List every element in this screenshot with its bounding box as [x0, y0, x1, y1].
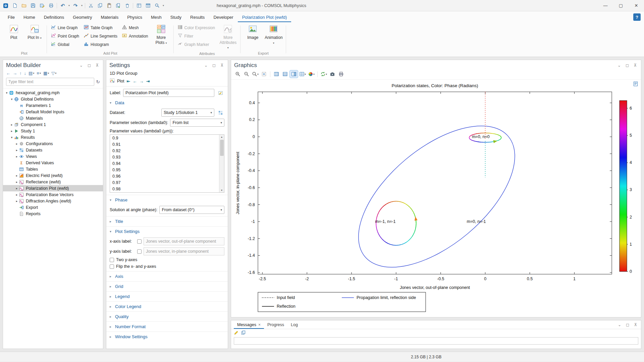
scroll-down-icon[interactable]: ▼ — [221, 188, 223, 192]
section-color-legend[interactable]: ▸Color Legend — [106, 301, 228, 311]
plot-first-button[interactable]: ⇤ — [127, 79, 130, 84]
plot-in-button[interactable]: Plot In ▾ — [25, 23, 44, 42]
panel-menu-icon[interactable]: ⌄ — [616, 63, 622, 68]
axis-list-toggle-button[interactable] — [281, 70, 289, 78]
tree-item-derived-values[interactable]: ΣDerived Values — [3, 160, 103, 166]
param-selection-select[interactable]: From list▾ — [170, 119, 224, 127]
help-button[interactable]: ? — [633, 13, 641, 21]
tree-item-hexagonal-grating-mph[interactable]: ▾hexagonal_grating.mph — [3, 89, 103, 96]
section-window-settings[interactable]: ▸Window Settings — [106, 331, 228, 342]
menu-tab-mesh[interactable]: Mesh — [147, 12, 166, 22]
global-button[interactable]: Global — [50, 41, 81, 48]
tree-item-parameters-1[interactable]: πParameters 1 — [3, 102, 103, 109]
two-y-axes-checkbox[interactable] — [110, 258, 114, 262]
tree-expander-icon[interactable]: ▸ — [14, 180, 19, 184]
snapshot-button[interactable] — [328, 70, 336, 78]
param-value-item[interactable]: 0.96 — [110, 173, 219, 179]
tree-expander-icon[interactable]: ▾ — [9, 136, 14, 139]
mesh-button[interactable]: Mesh — [121, 24, 150, 32]
tree-item-default-model-inputs[interactable]: Default Model Inputs — [3, 109, 103, 115]
zoom-in-button[interactable] — [234, 70, 242, 78]
tree-item-views[interactable]: ▸Views — [3, 153, 103, 160]
maximize-button[interactable]: ▢ — [613, 0, 629, 11]
redo-dropdown-caret[interactable]: ▾ — [80, 4, 84, 7]
section-title[interactable]: ▸ Title — [106, 216, 228, 226]
tree-expander-icon[interactable]: ▸ — [14, 174, 19, 177]
section-data[interactable]: ▾ Data — [106, 98, 228, 108]
yaxis-label-checkbox[interactable] — [137, 249, 142, 254]
tree-item-materials[interactable]: Materials — [3, 115, 103, 121]
menu-tab-study[interactable]: Study — [166, 12, 186, 22]
param-value-item[interactable]: 0.9 — [110, 135, 219, 141]
param-value-item[interactable]: 0.98 — [110, 186, 219, 192]
open-file-button[interactable] — [19, 1, 28, 10]
rename-label-button[interactable] — [216, 89, 224, 97]
tree-expander-icon[interactable]: ▸ — [14, 199, 19, 203]
move-up-button[interactable]: ↑ — [19, 71, 22, 76]
delete-button[interactable] — [123, 1, 131, 10]
panel-menu-icon[interactable]: ⌄ — [78, 63, 84, 68]
section-plot-settings[interactable]: ▾ Plot Settings — [106, 226, 228, 236]
menu-tab-home[interactable]: Home — [19, 12, 40, 22]
copy-button[interactable] — [96, 1, 104, 10]
animation-button[interactable]: Animation ▾ — [264, 23, 283, 46]
cut-button[interactable] — [87, 1, 95, 10]
section-quality[interactable]: ▸Quality — [106, 311, 228, 321]
tree-item-reports[interactable]: Reports — [3, 210, 103, 217]
window-layout-button[interactable]: ▾ — [299, 70, 307, 78]
tree-item-configurations[interactable]: ▸Configurations — [3, 140, 103, 147]
close-button[interactable]: ✕ — [629, 0, 644, 11]
menu-tab-developer[interactable]: Developer — [209, 12, 237, 22]
save-as-button[interactable] — [38, 1, 46, 10]
param-value-item[interactable]: 0.93 — [110, 154, 219, 160]
image-button[interactable]: Image — [243, 23, 263, 42]
float-panel-icon[interactable]: ◻ — [87, 63, 92, 68]
minimize-button[interactable]: — — [598, 0, 613, 11]
copy-messages-icon[interactable] — [241, 330, 246, 336]
menu-tab-polarization-plot-ewfd[interactable]: Polarization Plot (ewfd) — [238, 12, 291, 22]
param-value-item[interactable]: 0.95 — [110, 167, 219, 173]
point-graph-button[interactable]: Point Graph — [50, 32, 81, 40]
pin-panel-icon[interactable]: ⊼ — [633, 63, 638, 68]
plot-previous-button[interactable]: ← — [132, 79, 137, 84]
tree-item-datasets[interactable]: ▸Datasets — [3, 147, 103, 153]
search-button[interactable] — [153, 1, 161, 10]
histogram-button[interactable]: Histogram — [83, 41, 119, 48]
param-value-item[interactable]: 0.94 — [110, 160, 219, 167]
messages-content[interactable] — [234, 337, 638, 345]
tree-item-polarization-base-vectors[interactable]: ▸Polarization Base Vectors — [3, 191, 103, 198]
zoom-extents-button[interactable] — [260, 70, 268, 78]
panel-menu-icon[interactable]: ⌄ — [203, 63, 209, 68]
table-graph-button[interactable]: Table Graph — [83, 24, 119, 32]
move-down-button[interactable]: ↓ — [24, 71, 26, 76]
annotation-button[interactable]: A Annotation — [121, 32, 150, 40]
print-plot-button[interactable] — [337, 70, 345, 78]
menu-tab-definitions[interactable]: Definitions — [40, 12, 69, 22]
dataset-select[interactable]: Study 1/Solution 1▾ — [161, 109, 214, 117]
tree-item-reflectance-ewfd[interactable]: ▸Reflectance (ewfd) — [3, 179, 103, 185]
plot-last-button[interactable]: ⇥ — [146, 79, 150, 84]
tree-expander-icon[interactable]: ▾ — [9, 98, 14, 101]
float-panel-icon[interactable]: ◻ — [625, 322, 630, 327]
phase-select[interactable]: From dataset (0°)▾ — [159, 206, 224, 214]
tree-item-tables[interactable]: Tables — [3, 166, 103, 172]
show-options-button[interactable]: ▤▾ — [29, 71, 34, 76]
plot-grid-toggle-button[interactable] — [272, 70, 280, 78]
tree-filter-input[interactable] — [6, 78, 94, 86]
model-tree-nodes-button[interactable]: ▦▾ — [43, 71, 49, 76]
refresh-icon[interactable]: ↻ — [96, 79, 100, 84]
forward-button[interactable]: → — [13, 71, 17, 76]
tree-item-export[interactable]: Export — [3, 204, 103, 210]
section-axis[interactable]: ▸Axis — [106, 271, 228, 281]
tab-progress[interactable]: Progress — [264, 320, 287, 329]
tree-expander-icon[interactable]: ▸ — [14, 193, 19, 196]
duplicate-button[interactable] — [114, 1, 122, 10]
save-button[interactable] — [29, 1, 37, 10]
pin-panel-icon[interactable]: ⊼ — [633, 322, 638, 327]
close-icon[interactable]: × — [258, 322, 261, 327]
tree-expander-icon[interactable]: ▾ — [4, 91, 9, 95]
tree-expander-icon[interactable]: ▸ — [14, 142, 19, 145]
section-legend[interactable]: ▸Legend — [106, 291, 228, 301]
update-plot-button[interactable]: ▾ — [320, 70, 328, 78]
zoom-out-button[interactable] — [243, 70, 251, 78]
